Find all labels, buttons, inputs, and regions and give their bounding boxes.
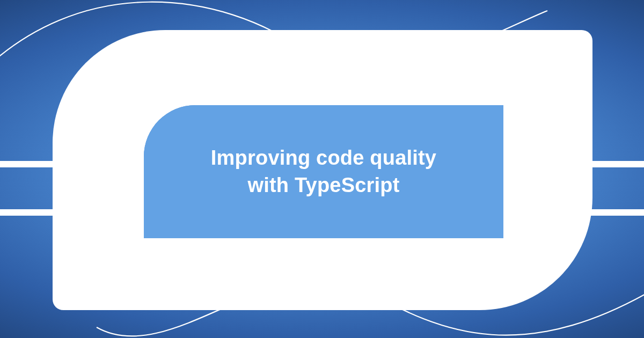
hero-title: Improving code quality with TypeScript bbox=[211, 144, 436, 200]
title-panel: Improving code quality with TypeScript bbox=[144, 105, 503, 238]
title-line-1: Improving code quality bbox=[211, 146, 436, 169]
title-line-2: with TypeScript bbox=[247, 174, 399, 196]
